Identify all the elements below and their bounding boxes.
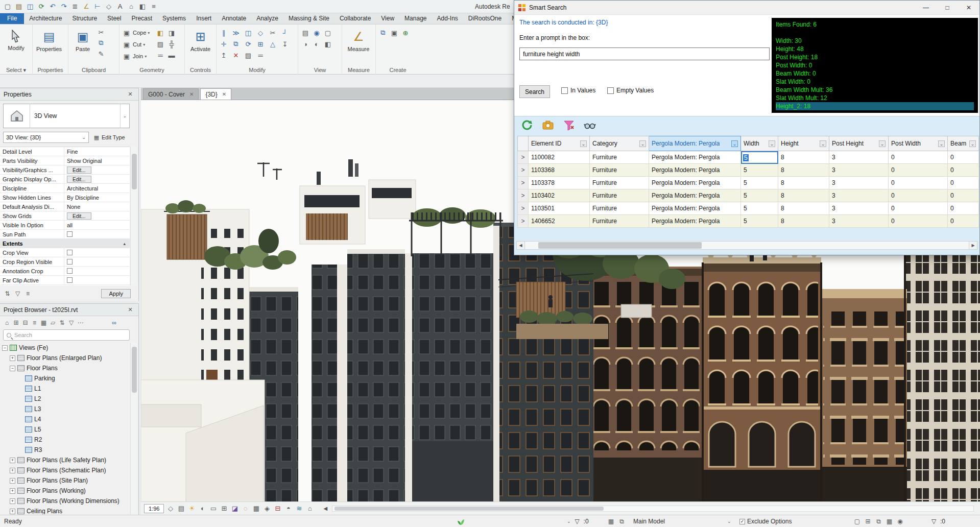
cell[interactable]: 8 bbox=[778, 215, 829, 228]
measure-button[interactable]: ∠ Measure bbox=[345, 27, 372, 64]
cell[interactable]: 5 bbox=[741, 202, 778, 215]
pin-icon[interactable]: ↧ bbox=[280, 39, 290, 49]
ribbon-tab-dirootsone[interactable]: DiRootsOne bbox=[463, 13, 507, 24]
active-workset-icon[interactable]: ▦ bbox=[607, 517, 615, 526]
ribbon-tab-analyze[interactable]: Analyze bbox=[251, 13, 283, 24]
split-face-icon[interactable]: ◨ bbox=[167, 28, 176, 37]
close-button[interactable]: ✕ bbox=[958, 1, 979, 15]
row-expander-icon[interactable]: > bbox=[517, 189, 529, 202]
prompt-input[interactable] bbox=[519, 47, 770, 60]
column-header-height[interactable]: Height⌄ bbox=[778, 136, 829, 151]
chevron-down-icon[interactable]: ⌄ bbox=[567, 519, 571, 524]
view-tab-g000-cover[interactable]: G000 - Cover✕ bbox=[143, 88, 199, 100]
tree-item-views-fe[interactable]: −Views (Fe) bbox=[0, 343, 130, 353]
annotation-crop-checkbox[interactable] bbox=[67, 268, 73, 274]
create-group-icon[interactable]: ⧉ bbox=[378, 28, 388, 37]
align-icon[interactable]: ∥ bbox=[219, 28, 228, 37]
tree-item-l2[interactable]: L2 bbox=[0, 394, 130, 404]
close-view-icon[interactable]: ✕ bbox=[189, 91, 194, 97]
far-clip-active-checkbox[interactable] bbox=[67, 277, 73, 283]
type-chevron-icon[interactable]: ⌄ bbox=[120, 104, 129, 128]
ribbon-tab-collaborate[interactable]: Collaborate bbox=[334, 13, 376, 24]
geometry-cut-button[interactable]: ▣Cut▾ bbox=[122, 39, 154, 50]
row-expander-icon[interactable]: > bbox=[517, 215, 529, 228]
expand-all-icon[interactable]: ⊞ bbox=[12, 319, 20, 327]
ribbon-tab-annotate[interactable]: Annotate bbox=[217, 13, 251, 24]
trim-extend-icon[interactable]: ┘ bbox=[280, 28, 290, 37]
cell[interactable]: 0 bbox=[948, 177, 979, 189]
move-icon[interactable]: ✛ bbox=[219, 39, 228, 49]
section-collapse-icon[interactable]: ▴ bbox=[123, 241, 126, 246]
cell[interactable]: Furniture bbox=[590, 202, 649, 215]
geometry-join-button[interactable]: ▣Join▾ bbox=[122, 51, 154, 61]
edit-type-button[interactable]: ▦ Edit Type bbox=[93, 133, 125, 142]
column-header-pergola-modern-pergola[interactable]: Pergola Modern: Pergola⌄ bbox=[649, 136, 741, 151]
discipline-value[interactable]: Architectural bbox=[64, 184, 130, 193]
ribbon-tab-structure[interactable]: Structure bbox=[67, 13, 102, 24]
cell[interactable]: Pergola Modern: Pergola bbox=[649, 177, 741, 189]
reveal-hidden-elements-icon[interactable]: ◌ bbox=[241, 504, 250, 513]
open-file-icon[interactable]: ▤ bbox=[14, 2, 24, 12]
exclude-options-item[interactable]: ✓ Exclude Options bbox=[739, 515, 792, 527]
export-image-icon[interactable] bbox=[541, 118, 555, 132]
table-row-1406652[interactable]: >1406652FurniturePergola Modern: Pergola… bbox=[517, 215, 979, 228]
ribbon-tab-systems[interactable]: Systems bbox=[157, 13, 191, 24]
select-underlay-icon[interactable]: ▦ bbox=[885, 517, 894, 526]
view-scale[interactable]: 1:96 bbox=[144, 504, 164, 513]
print-icon[interactable]: ≣ bbox=[70, 2, 80, 12]
cell[interactable]: Furniture bbox=[590, 151, 649, 164]
visibility-graphics-icon[interactable]: ◉ bbox=[312, 28, 321, 37]
cell[interactable]: 8 bbox=[778, 164, 829, 177]
crop-region-visible-checkbox[interactable] bbox=[67, 259, 73, 265]
show-crop-region-icon[interactable]: ⊞ bbox=[219, 504, 229, 513]
tree-item-floor-plans-working[interactable]: +Floor Plans (Working) bbox=[0, 486, 130, 496]
view-tab-3d[interactable]: {3D}✕ bbox=[200, 88, 231, 100]
cell[interactable]: 1100082 bbox=[529, 151, 590, 164]
temporary-hide-isolate-icon[interactable]: ◪ bbox=[230, 504, 240, 513]
select-pinned-icon[interactable]: ◉ bbox=[896, 517, 904, 526]
sun-path-checkbox[interactable] bbox=[67, 231, 73, 237]
row-expander-icon[interactable]: > bbox=[517, 177, 529, 189]
in-values-checkbox[interactable]: In Values bbox=[561, 87, 595, 94]
paint-modify-icon[interactable]: ▨ bbox=[244, 51, 253, 60]
properties-scrollbar[interactable] bbox=[130, 147, 137, 285]
cut-icon[interactable]: ✂ bbox=[97, 28, 106, 37]
scroll-left-icon[interactable]: ◀ bbox=[323, 506, 327, 511]
cell[interactable]: Furniture bbox=[590, 177, 649, 189]
visibility-graphics-edit-button[interactable]: Edit... bbox=[67, 166, 91, 174]
paste-button[interactable]: ▣ Paste bbox=[71, 27, 94, 64]
cell[interactable]: Pergola Modern: Pergola bbox=[649, 202, 741, 215]
cell[interactable]: 5 bbox=[741, 177, 778, 189]
paint-icon[interactable]: ◧ bbox=[156, 28, 165, 37]
column-header-beam-w[interactable]: Beam W⌄ bbox=[948, 136, 979, 151]
show-hidden-lines-value[interactable]: By Discipline bbox=[64, 193, 130, 202]
type-selector[interactable]: 3D View ⌄ bbox=[3, 104, 130, 128]
tree-item-r2[interactable]: R2 bbox=[0, 435, 130, 445]
close-view-icon[interactable]: ✕ bbox=[222, 91, 226, 97]
browser-filter-icon[interactable]: ▽ bbox=[67, 319, 76, 327]
offset-icon[interactable]: ≫ bbox=[231, 28, 241, 37]
ribbon-tab-insert[interactable]: Insert bbox=[191, 13, 217, 24]
cell[interactable]: Pergola Modern: Pergola bbox=[649, 164, 741, 177]
instance-selector[interactable]: 3D View: {3D} ⌄ bbox=[3, 132, 89, 143]
table-row-1100082[interactable]: >1100082FurniturePergola Modern: Pergola… bbox=[517, 151, 979, 164]
preview-glasses-icon[interactable] bbox=[583, 118, 596, 132]
press-drag-icon[interactable]: ⊞ bbox=[864, 517, 872, 526]
tree-expander-icon[interactable]: + bbox=[10, 468, 15, 473]
minimize-button[interactable]: — bbox=[915, 1, 937, 15]
shadows-icon[interactable]: ◐ bbox=[198, 504, 207, 513]
tree-item-floor-plans-life-safety-plan[interactable]: +Floor Plans (Life Safety Plan) bbox=[0, 455, 130, 465]
tree-item-l4[interactable]: L4 bbox=[0, 414, 130, 424]
cell[interactable]: 0 bbox=[948, 164, 979, 177]
search-button[interactable]: Search bbox=[519, 85, 550, 98]
join-geometry-icon[interactable]: ═ bbox=[256, 51, 265, 60]
table-row-1103501[interactable]: >1103501FurniturePergola Modern: Pergola… bbox=[517, 202, 979, 215]
exclude-options-checkbox[interactable]: ✓ bbox=[739, 519, 745, 524]
ribbon-tab-manage[interactable]: Manage bbox=[399, 13, 432, 24]
editable-only-icon[interactable]: ▢ bbox=[853, 517, 862, 526]
crop-view-icon[interactable]: ▭ bbox=[208, 504, 218, 513]
column-header-element-id[interactable]: Element ID⌄ bbox=[529, 136, 590, 151]
redo-icon[interactable]: ↷ bbox=[59, 2, 69, 12]
undo-icon[interactable]: ↶ bbox=[47, 2, 58, 12]
ribbon-tab-file[interactable]: File bbox=[0, 13, 24, 24]
